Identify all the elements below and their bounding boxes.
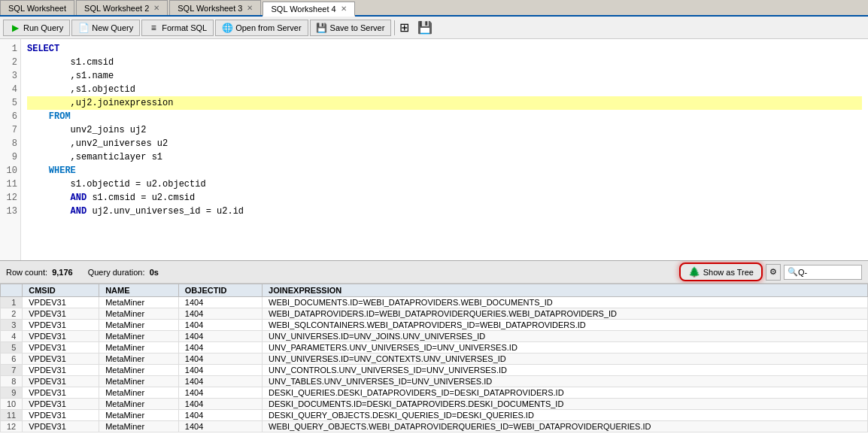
search-box: 🔍 [784,265,862,280]
cell-cmsid: VPDEV31 [23,410,99,421]
code-line-6: FROM [27,110,862,123]
table-row: 5 VPDEV31 MetaMiner 1404 UNV_PARAMETERS.… [1,342,868,353]
row-count-label: Row count: [6,268,47,277]
tab-label-3: SQL Worksheet 3 [178,4,242,13]
cell-rownum: 2 [1,308,23,320]
cell-rownum: 11 [1,410,23,421]
search-input[interactable] [798,268,858,277]
show-as-tree-icon: 🌲 [688,266,700,278]
status-right: 🌲 Show as Tree ⚙ 🔍 [679,262,862,281]
cell-joinexpression: UNV_TABLES.UNV_UNIVERSES_ID=UNV_UNIVERSE… [263,376,868,387]
status-bar: Row count: 9,176 Query duration: 0s 🌲 Sh… [0,261,868,284]
cell-rownum: 10 [1,399,23,410]
results-options-button[interactable]: ⚙ [766,264,781,281]
toolbar-extra-icon-1: ⊞ [399,20,409,35]
cell-joinexpression: UNV_PARAMETERS.UNV_UNIVERSES_ID=UNV_UNIV… [263,342,868,353]
cell-objectid: 1404 [178,365,262,376]
cell-name: MetaMiner [99,331,179,342]
cell-objectid: 1404 [178,399,262,410]
cell-name: MetaMiner [99,387,179,399]
cell-cmsid: VPDEV31 [23,342,99,353]
show-as-tree-label: Show as Tree [703,268,754,277]
cell-objectid: 1404 [178,410,262,421]
results-table: CMSID NAME OBJECTID JOINEXPRESSION 1 VPD… [0,284,868,432]
col-header-joinexpression[interactable]: JOINEXPRESSION [263,284,868,297]
cell-joinexpression: WEBI_DOCUMENTS.ID=WEBI_DATAPROVIDERS.WEB… [263,297,868,308]
results-container[interactable]: CMSID NAME OBJECTID JOINEXPRESSION 1 VPD… [0,284,868,443]
code-line-7: unv2_joins uj2 [27,123,862,137]
code-line-9: ,semanticlayer s1 [27,150,862,164]
tab-close-2[interactable]: ✕ [153,4,159,12]
cell-objectid: 1404 [178,331,262,342]
show-as-tree-button[interactable]: 🌲 Show as Tree [679,262,763,281]
cell-cmsid: VPDEV31 [23,331,99,342]
new-query-button[interactable]: 📄 New Query [71,20,140,36]
cell-rownum: 8 [1,376,23,387]
toolbar-extra-btn-2[interactable]: 💾 [416,20,432,36]
cell-name: MetaMiner [99,421,179,432]
tab-sql-worksheet-1[interactable]: SQL Worksheet [0,0,74,15]
tab-close-3[interactable]: ✕ [247,4,253,12]
open-from-server-button[interactable]: 🌐 Open from Server [215,20,308,36]
cell-name: MetaMiner [99,308,179,320]
cell-joinexpression: WEBI_SQLCONTAINERS.WEBI_DATAPROVIDERS_ID… [263,320,868,331]
code-line-3: ,s1.name [27,69,862,83]
tab-sql-worksheet-2[interactable]: SQL Worksheet 2 ✕ [76,0,168,15]
table-body: 1 VPDEV31 MetaMiner 1404 WEBI_DOCUMENTS.… [1,297,868,432]
format-sql-label: Format SQL [162,23,207,32]
cell-joinexpression: DESKI_QUERY_OBJECTS.DESKI_QUERIES_ID=DES… [263,410,868,421]
cell-cmsid: VPDEV31 [23,365,99,376]
cell-name: MetaMiner [99,353,179,365]
cell-objectid: 1404 [178,320,262,331]
format-sql-icon: ≡ [148,23,159,33]
row-count-value: 9,176 [52,268,73,277]
query-duration-label: Query duration: [88,268,145,277]
row-count: Row count: 9,176 [6,268,73,277]
line-numbers: 12345 678910 111213 [0,39,21,260]
code-line-10: WHERE [27,164,862,178]
table-row: 12 VPDEV31 MetaMiner 1404 WEBI_QUERY_OBJ… [1,421,868,432]
cell-name: MetaMiner [99,342,179,353]
cell-joinexpression: WEBI_DATAPROVIDERS.ID=WEBI_DATAPROVIDERQ… [263,308,868,320]
code-line-4: ,s1.objectid [27,83,862,96]
status-left: Row count: 9,176 Query duration: 0s [6,268,159,277]
col-header-cmsid[interactable]: CMSID [23,284,99,297]
cell-name: MetaMiner [99,297,179,308]
cell-rownum: 12 [1,421,23,432]
format-sql-button[interactable]: ≡ Format SQL [141,20,214,36]
run-query-button[interactable]: ▶ Run Query [3,20,70,36]
table-row: 8 VPDEV31 MetaMiner 1404 UNV_TABLES.UNV_… [1,376,868,387]
toolbar-extra-btn-1[interactable]: ⊞ [398,20,414,36]
cell-cmsid: VPDEV31 [23,421,99,432]
code-area[interactable]: SELECT s1.cmsid ,s1.name ,s1.objectid ,u… [21,39,868,260]
cell-name: MetaMiner [99,320,179,331]
cell-objectid: 1404 [178,342,262,353]
results-options-icon: ⚙ [769,267,777,277]
cell-objectid: 1404 [178,353,262,365]
cell-objectid: 1404 [178,387,262,399]
cell-cmsid: VPDEV31 [23,399,99,410]
cell-rownum: 5 [1,342,23,353]
cell-rownum: 1 [1,297,23,308]
tab-sql-worksheet-4[interactable]: SQL Worksheet 4 ✕ [263,2,354,17]
toolbar-extra-icon-2: 💾 [417,20,432,35]
tab-label-1: SQL Worksheet [8,4,66,13]
col-header-objectid[interactable]: OBJECTID [178,284,262,297]
tab-label-2: SQL Worksheet 2 [84,4,149,13]
cell-cmsid: VPDEV31 [23,353,99,365]
table-row: 9 VPDEV31 MetaMiner 1404 DESKI_QUERIES.D… [1,387,868,399]
tab-sql-worksheet-3[interactable]: SQL Worksheet 3 ✕ [169,0,261,15]
code-line-13: AND uj2.unv_universes_id = u2.id [27,205,862,218]
col-header-name[interactable]: NAME [99,284,179,297]
results-section: CMSID NAME OBJECTID JOINEXPRESSION 1 VPD… [0,284,868,443]
open-server-icon: 🌐 [222,23,232,33]
cell-cmsid: VPDEV31 [23,308,99,320]
table-header: CMSID NAME OBJECTID JOINEXPRESSION [1,284,868,297]
cell-cmsid: VPDEV31 [23,387,99,399]
open-from-server-label: Open from Server [235,23,301,32]
cell-objectid: 1404 [178,421,262,432]
tab-close-4[interactable]: ✕ [341,5,347,13]
query-duration-value: 0s [150,268,159,277]
sql-editor[interactable]: 12345 678910 111213 SELECT s1.cmsid ,s1.… [0,39,868,261]
save-to-server-button[interactable]: 💾 Save to Server [310,20,392,36]
